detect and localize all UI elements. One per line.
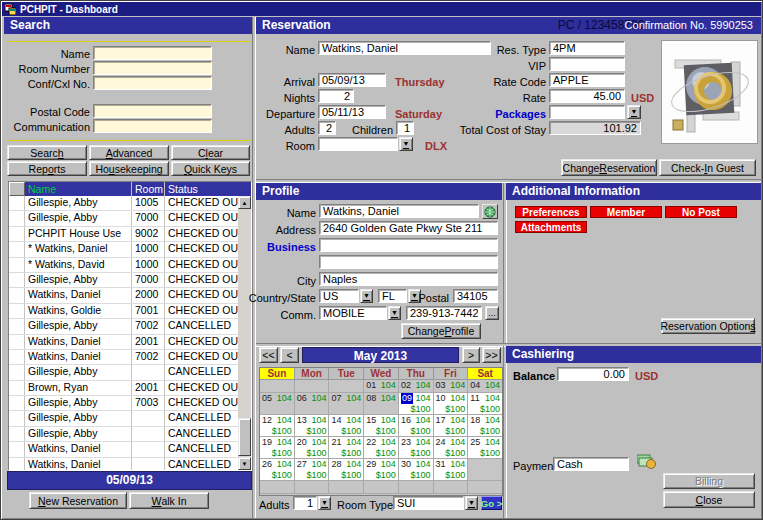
calendar-day-17[interactable]: 17104$100 <box>434 415 469 437</box>
rate-input[interactable] <box>549 89 625 103</box>
table-row[interactable]: Gillespie, Abby7002CANCELLED <box>9 319 238 334</box>
business-label[interactable]: Business <box>256 240 316 254</box>
comm-type-input[interactable] <box>319 306 387 320</box>
calendar-day-26[interactable]: 26104$100 <box>260 459 295 481</box>
calendar-day-16[interactable]: 16104$100 <box>399 415 434 437</box>
packages-label[interactable]: Packages <box>436 107 546 121</box>
column-header-name[interactable]: Name <box>25 182 132 196</box>
room-input[interactable] <box>318 137 398 151</box>
address-input[interactable] <box>319 221 498 235</box>
table-row[interactable]: PCHPIT House Use9002CHECKED OUT <box>9 227 238 242</box>
cal-room-type-dropdown-icon[interactable]: ▼ <box>465 496 478 510</box>
scroll-up-icon[interactable]: ▲ <box>238 196 251 209</box>
walk-in-button[interactable]: Walk In <box>129 492 209 509</box>
table-row[interactable]: Watkins, Goldie7001CHECKED OUT <box>9 304 238 319</box>
rate-code-input[interactable] <box>549 73 625 87</box>
country-input[interactable] <box>319 289 359 303</box>
table-row[interactable]: Gillespie, Abby7000CHECKED OUT <box>9 211 238 226</box>
new-reservation-button[interactable]: New Reservation <box>29 492 127 509</box>
table-row[interactable]: Gillespie, AbbyCANCELLED <box>9 411 238 426</box>
calendar-day-03[interactable]: 03104 <box>434 380 469 393</box>
calendar-day-28[interactable]: 28104$100 <box>329 459 364 481</box>
table-row[interactable]: Gillespie, Abby7003CHECKED OUT <box>9 396 238 411</box>
calendar-day-20[interactable]: 20104$100 <box>295 437 330 459</box>
scroll-down-icon[interactable]: ▼ <box>238 457 251 470</box>
results-scrollbar[interactable]: ▲ ▼ <box>238 196 251 470</box>
adults-input[interactable] <box>318 121 336 135</box>
info-badge-member[interactable]: Member <box>590 206 662 218</box>
info-badge-preferences[interactable]: Preferences <box>515 206 587 218</box>
calendar-day-31[interactable]: 31104$100 <box>434 459 469 481</box>
table-row[interactable]: Gillespie, Abby1005CHECKED OUT <box>9 196 238 211</box>
calendar-day-02[interactable]: 02104 <box>399 380 434 393</box>
state-input[interactable] <box>378 289 407 303</box>
vip-input[interactable] <box>549 57 625 71</box>
room-dropdown-icon[interactable]: ▼ <box>399 137 413 151</box>
table-row[interactable]: Gillespie, AbbyCANCELLED <box>9 427 238 442</box>
country-dropdown-icon[interactable]: ▼ <box>360 289 373 303</box>
table-row[interactable]: * Watkins, David1000CHECKED OUT <box>9 258 238 273</box>
calendar-day-23[interactable]: 23104$100 <box>399 437 434 459</box>
calendar-prev-year-button[interactable]: << <box>259 347 278 363</box>
table-row[interactable]: Watkins, DanielCANCELLED <box>9 458 238 470</box>
calendar-day-18[interactable]: 18104$100 <box>468 415 502 437</box>
res-type-input[interactable] <box>549 41 625 55</box>
calendar-prev-month-button[interactable]: < <box>280 347 299 363</box>
table-row[interactable]: Watkins, DanielCANCELLED <box>9 442 238 457</box>
table-row[interactable]: Watkins, Daniel7002CHECKED OUT <box>9 350 238 365</box>
cal-adults-input[interactable] <box>293 496 317 510</box>
calendar-day-08[interactable]: 08104 <box>364 393 399 415</box>
calendar-day-10[interactable]: 10104$100 <box>434 393 469 415</box>
calendar-day-27[interactable]: 27104$100 <box>295 459 330 481</box>
search-button[interactable]: Search <box>7 145 87 160</box>
nights-input[interactable] <box>318 89 354 103</box>
calendar-day-21[interactable]: 21104$100 <box>329 437 364 459</box>
clear-button[interactable]: Clear <box>171 145 250 160</box>
table-row[interactable]: * Watkins, Daniel1000CHECKED OUT <box>9 242 238 257</box>
advanced-button[interactable]: Advanced <box>89 145 169 160</box>
conf-cxl-input[interactable] <box>93 76 212 90</box>
calendar-day-05[interactable]: 05104 <box>260 393 295 415</box>
packages-dropdown-icon[interactable]: ▼ <box>627 105 641 119</box>
calendar-day-01[interactable]: 01104 <box>364 380 399 393</box>
close-button[interactable]: Close <box>663 491 755 508</box>
calendar-day-09[interactable]: 09104$100 <box>399 393 434 415</box>
calendar-day-30[interactable]: 30104$100 <box>399 459 434 481</box>
payment-input[interactable] <box>553 457 629 471</box>
cal-adults-dropdown-icon[interactable]: ▼ <box>318 496 331 510</box>
profile-name-input[interactable] <box>319 204 479 218</box>
cash-icon[interactable] <box>637 453 657 473</box>
info-badge-attachments[interactable]: Attachments <box>515 221 587 233</box>
calendar-day-22[interactable]: 22104$100 <box>364 437 399 459</box>
quick-keys-button[interactable]: Quick Keys <box>171 161 250 176</box>
calendar-day-14[interactable]: 14104$100 <box>329 415 364 437</box>
table-row[interactable]: Brown, Ryan2001CHECKED OUT <box>9 381 238 396</box>
calendar-day-04[interactable]: 04104 <box>468 380 502 393</box>
address2-input[interactable] <box>319 255 498 269</box>
calendar-day-19[interactable]: 19104$100 <box>260 437 295 459</box>
calendar-next-year-button[interactable]: >> <box>482 347 501 363</box>
table-row[interactable]: Gillespie, Abby7000CHECKED OUT <box>9 273 238 288</box>
table-row[interactable]: Gillespie, AbbyCANCELLED <box>9 365 238 380</box>
departure-input[interactable] <box>318 105 386 119</box>
change-reservation-button[interactable]: Change Reservation <box>561 159 657 176</box>
calendar-day-25[interactable]: 25104$100 <box>468 437 502 459</box>
calendar-day-12[interactable]: 12104$100 <box>260 415 295 437</box>
calendar-day-06[interactable]: 06104 <box>295 393 330 415</box>
calendar-go-button[interactable]: Go > <box>481 496 502 510</box>
column-header-status[interactable]: Status <box>165 182 251 196</box>
search-name-input[interactable] <box>93 46 212 60</box>
table-row[interactable]: Watkins, Daniel2000CHECKED OUT <box>9 288 238 303</box>
comm-number-input[interactable] <box>406 306 482 320</box>
profile-postal-input[interactable] <box>453 289 498 303</box>
calendar-day-29[interactable]: 29104$100 <box>364 459 399 481</box>
postal-code-input[interactable] <box>93 104 212 118</box>
calendar-day-24[interactable]: 24104$100 <box>434 437 469 459</box>
reports-button[interactable]: Reports <box>7 161 87 176</box>
communication-input[interactable] <box>93 119 212 133</box>
reservation-options-button[interactable]: Reservation Options <box>661 318 755 334</box>
calendar-day-11[interactable]: 11104$100 <box>468 393 502 415</box>
calendar-day-15[interactable]: 15104$100 <box>364 415 399 437</box>
city-input[interactable] <box>319 272 498 286</box>
housekeeping-button[interactable]: Housekeeping <box>89 161 169 176</box>
